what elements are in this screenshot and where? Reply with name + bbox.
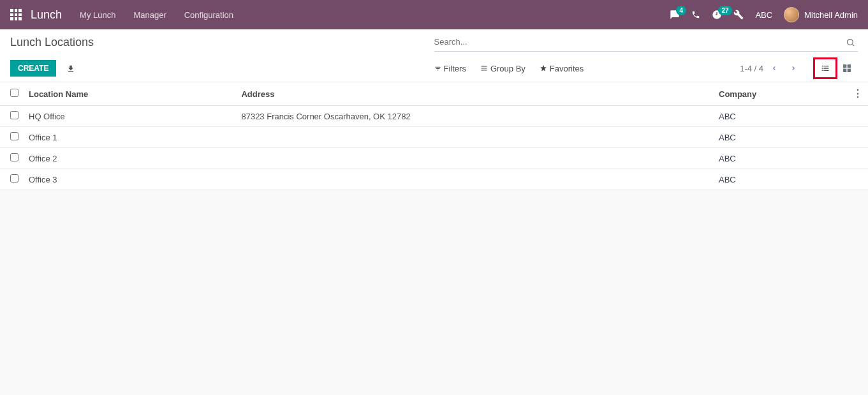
search-input[interactable] — [434, 37, 844, 47]
cell-company: ABC — [714, 169, 848, 190]
svg-rect-6 — [848, 64, 851, 68]
column-options[interactable]: ⋮ — [853, 88, 863, 99]
row-checkbox[interactable] — [10, 153, 18, 161]
wrench-icon — [733, 10, 744, 20]
row-checkbox[interactable] — [10, 174, 18, 183]
debug-menu[interactable] — [733, 10, 744, 20]
voip-menu[interactable] — [691, 10, 700, 19]
app-name[interactable]: Lunch — [31, 8, 62, 22]
row-checkbox[interactable] — [10, 132, 18, 140]
chevron-left-icon — [771, 64, 777, 73]
star-icon — [540, 64, 547, 72]
col-header-address[interactable]: Address — [236, 82, 714, 106]
favorites-label: Favorites — [550, 64, 584, 73]
kanban-view-button[interactable] — [836, 59, 858, 78]
apps-menu-icon[interactable] — [10, 9, 22, 20]
chevron-right-icon — [790, 64, 797, 73]
filter-icon — [434, 65, 441, 72]
cell-company: ABC — [714, 148, 848, 169]
menu-my-lunch[interactable]: My Lunch — [80, 10, 115, 20]
search-box[interactable] — [434, 33, 858, 52]
pager-range[interactable]: 1-4 / 4 — [740, 64, 763, 73]
create-button[interactable]: CREATE — [10, 60, 56, 77]
cell-name: Office 3 — [24, 169, 236, 190]
svg-rect-8 — [848, 69, 851, 72]
menu-manager[interactable]: Manager — [133, 10, 166, 20]
cell-address: 87323 Francis Corner Oscarhaven, OK 1278… — [236, 106, 714, 127]
table-row[interactable]: HQ Office87323 Francis Corner Oscarhaven… — [0, 106, 868, 127]
control-panel: Lunch Locations CREATE Filters Gro — [0, 29, 868, 82]
cell-address — [236, 148, 714, 169]
svg-rect-7 — [843, 69, 846, 72]
user-menu[interactable]: Mitchell Admin — [784, 7, 858, 22]
search-icon[interactable] — [843, 36, 858, 47]
locations-table: Location Name Address Company ⋮ HQ Offic… — [0, 82, 868, 190]
table-row[interactable]: Office 3ABC — [0, 169, 868, 190]
cell-name: HQ Office — [24, 106, 236, 127]
download-icon — [66, 64, 75, 73]
list-icon — [820, 63, 830, 73]
messages-badge: 4 — [676, 6, 686, 15]
row-checkbox[interactable] — [10, 111, 18, 119]
list-view: Location Name Address Company ⋮ HQ Offic… — [0, 82, 868, 190]
cell-company: ABC — [714, 127, 848, 148]
cell-name: Office 2 — [24, 148, 236, 169]
export-button[interactable] — [63, 59, 79, 77]
svg-point-0 — [848, 39, 853, 45]
activities-badge: 27 — [718, 6, 732, 15]
breadcrumb: Lunch Locations — [10, 36, 434, 49]
svg-line-1 — [852, 44, 854, 46]
col-header-name[interactable]: Location Name — [24, 82, 236, 106]
company-switcher[interactable]: ABC — [755, 10, 772, 20]
user-name-label: Mitchell Admin — [804, 10, 858, 20]
kanban-icon — [842, 63, 852, 73]
svg-rect-5 — [843, 64, 846, 68]
select-all-checkbox[interactable] — [10, 89, 18, 97]
groupby-label: Group By — [490, 64, 526, 73]
activities-menu[interactable]: 27 — [712, 10, 722, 20]
favorites-dropdown[interactable]: Favorites — [540, 64, 584, 73]
cell-address — [236, 127, 714, 148]
pager-prev[interactable] — [766, 61, 783, 75]
cell-name: Office 1 — [24, 127, 236, 148]
col-header-company[interactable]: Company — [714, 82, 848, 106]
phone-icon — [691, 10, 700, 19]
cell-options — [848, 127, 868, 148]
cell-options — [848, 106, 868, 127]
company-name: ABC — [755, 10, 772, 20]
list-view-button[interactable] — [814, 59, 836, 78]
avatar — [784, 7, 799, 22]
table-row[interactable]: Office 2ABC — [0, 148, 868, 169]
cell-options — [848, 169, 868, 190]
cell-address — [236, 169, 714, 190]
messaging-menu[interactable]: 4 — [670, 10, 680, 20]
cell-options — [848, 148, 868, 169]
cell-company: ABC — [714, 106, 848, 127]
pager-next[interactable] — [785, 61, 802, 75]
table-row[interactable]: Office 1ABC — [0, 127, 868, 148]
filters-dropdown[interactable]: Filters — [434, 64, 466, 73]
groupby-dropdown[interactable]: Group By — [480, 64, 526, 73]
menu-configuration[interactable]: Configuration — [184, 10, 233, 20]
groupby-icon — [480, 64, 488, 72]
filters-label: Filters — [444, 64, 466, 73]
top-navbar: Lunch My Lunch Manager Configuration 4 2… — [0, 0, 868, 29]
